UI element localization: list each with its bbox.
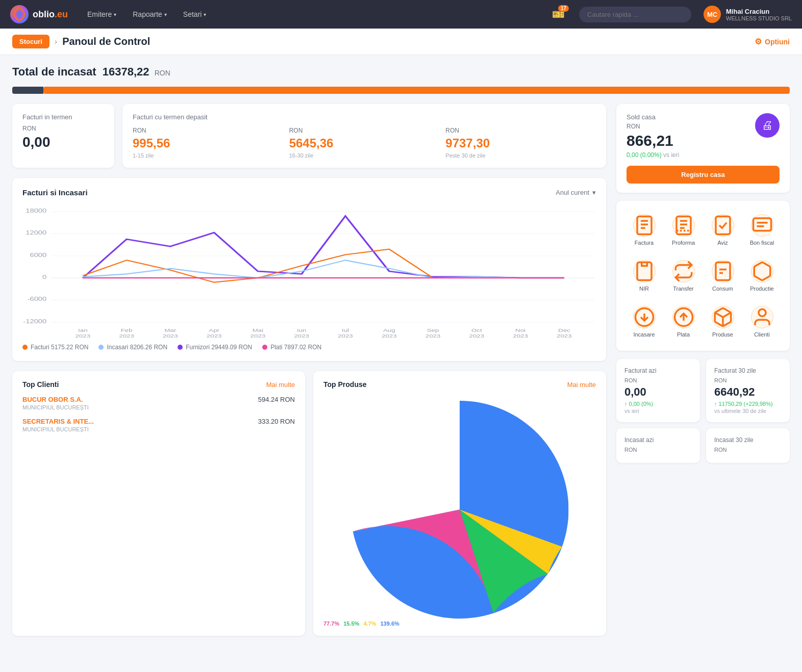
action-productie[interactable]: Productie (744, 255, 780, 297)
legend-dot-furnizori (178, 345, 183, 350)
action-clienti[interactable]: Clienti (744, 301, 780, 343)
incasare-icon (633, 306, 656, 328)
svg-text:Noi: Noi (515, 327, 525, 333)
svg-text:2023: 2023 (250, 333, 266, 338)
chart-legend: Facturi 5175.22 RON Incasari 8206.26 RON… (22, 344, 596, 351)
sold-currency: RON (626, 123, 679, 130)
facturat-azi-change: ↑ 0,00 (0%) (624, 401, 692, 407)
svg-text:-6000: -6000 (28, 296, 47, 302)
bottom-row: Top Clienti Mai multe BUCUR OBOR S.A. MU… (12, 371, 606, 636)
svg-text:2023: 2023 (163, 333, 178, 338)
action-label-incasare: Incasare (633, 331, 655, 338)
notification-button[interactable]: 🎫 17 (550, 6, 567, 22)
svg-text:Dec: Dec (558, 327, 570, 333)
proforma-icon (672, 214, 695, 237)
nav-emitere[interactable]: Emitere ▾ (80, 6, 123, 22)
top-clienti-more[interactable]: Mai multe (266, 381, 295, 389)
svg-text:2023: 2023 (294, 333, 309, 338)
nav-rapoarte[interactable]: Rapoarte ▾ (126, 6, 174, 22)
action-incasare[interactable]: Incasare (626, 301, 662, 343)
action-label-plata: Plata (677, 331, 690, 338)
search-input[interactable] (579, 7, 691, 22)
chart-card: Facturi si Incasari Anul curent ▾ 18000 … (12, 178, 606, 361)
client-name-0[interactable]: BUCUR OBOR S.A. (22, 396, 89, 403)
svg-point-60 (759, 309, 766, 316)
nav-setari[interactable]: Setari ▾ (176, 6, 214, 22)
svg-text:Mar: Mar (164, 327, 176, 333)
action-plata[interactable]: Plata (666, 301, 701, 343)
incasat-azi-label: Incasat azi (624, 436, 692, 444)
client-item-0: BUCUR OBOR S.A. MUNICIPIUL BUCUREȘTI 594… (22, 396, 295, 410)
action-transfer[interactable]: Transfer (666, 255, 701, 297)
logo-icon (10, 5, 29, 23)
logo-text: oblio.eu (33, 9, 68, 20)
svg-text:2023: 2023 (338, 333, 353, 338)
svg-rect-46 (753, 218, 771, 231)
productie-icon (751, 260, 773, 282)
svg-text:2023: 2023 (513, 333, 528, 338)
user-menu[interactable]: MC Mihai Craciun WELLNESS STUDIO SRL (704, 6, 792, 23)
plata-icon (672, 306, 695, 328)
top-clienti-list: BUCUR OBOR S.A. MUNICIPIUL BUCUREȘTI 594… (22, 396, 295, 432)
registru-casa-button[interactable]: Registru casa (626, 166, 780, 184)
user-avatar: MC (704, 6, 721, 23)
incasat-azi-currency: RON (624, 447, 692, 453)
action-proforma[interactable]: Proforma (666, 209, 701, 251)
chart-svg: 18000 12000 6000 0 -6000 -12000 (22, 205, 596, 338)
incasat-30-currency: RON (714, 447, 782, 453)
total-label: Total de incasat 16378,22 RON (12, 65, 790, 79)
nav-emitere-arrow: ▾ (114, 12, 116, 17)
svg-text:12000: 12000 (26, 229, 46, 236)
action-label-consum: Consum (712, 286, 733, 292)
produse-icon (712, 306, 734, 328)
header: oblio.eu Emitere ▾ Rapoarte ▾ Setari ▾ 🎫… (0, 0, 802, 29)
incasat-azi-card: Incasat azi RON (616, 428, 700, 463)
stats-grid: Facturat azi RON 0,00 ↑ 0,00 (0%) vs ier… (616, 359, 790, 463)
notification-badge: 17 (558, 5, 569, 12)
facturat-30-change: ↑ 11750,29 (+229,98%) (714, 401, 782, 407)
optiuni-button[interactable]: ⚙ Optiuni (755, 37, 790, 46)
action-produse[interactable]: Produse (705, 301, 740, 343)
clienti-icon (751, 306, 773, 328)
facturat-azi-value: 0,00 (624, 385, 692, 399)
page-title: Panoul de Control (62, 36, 150, 47)
action-label-transfer: Transfer (673, 286, 694, 292)
svg-text:0: 0 (42, 274, 46, 280)
breadcrumb: Stocuri › Panoul de Control (12, 35, 150, 48)
svg-text:Ian: Ian (78, 327, 88, 333)
svg-text:2023: 2023 (382, 333, 397, 338)
action-label-produse: Produse (712, 331, 733, 338)
legend-dot-plati (262, 345, 267, 350)
chart-title: Facturi si Incasari (22, 188, 88, 197)
gear-icon: ⚙ (755, 37, 762, 46)
aviz-icon (712, 214, 734, 237)
logo[interactable]: oblio.eu (10, 5, 68, 23)
svg-line-58 (723, 313, 731, 317)
action-nir[interactable]: NIR (626, 255, 662, 297)
svg-text:2023: 2023 (469, 333, 485, 338)
legend-dot-incasari (98, 345, 104, 350)
cash-register-icon[interactable]: 🖨 (755, 113, 780, 138)
action-factura[interactable]: Factura (626, 209, 662, 251)
top-produse-more[interactable]: Mai multe (567, 381, 596, 389)
client-name-1[interactable]: SECRETARIS & INTE... (22, 418, 94, 425)
nav-setari-arrow: ▾ (204, 12, 206, 17)
action-consum[interactable]: Consum (705, 255, 740, 297)
action-label-productie: Productie (750, 286, 773, 292)
nav-rapoarte-arrow: ▾ (164, 12, 167, 17)
action-label-proforma: Proforma (672, 240, 695, 246)
incasat-30-label: Incasat 30 zile (714, 436, 782, 444)
chart-area: 18000 12000 6000 0 -6000 -12000 (22, 205, 596, 338)
facturat-azi-label: Facturat azi (624, 367, 692, 374)
svg-text:Aug: Aug (383, 327, 395, 333)
chart-filter-arrow: ▾ (592, 189, 596, 196)
chart-filter-button[interactable]: Anul curent ▾ (556, 189, 596, 196)
action-bon-fiscal[interactable]: Bon fiscal (744, 209, 780, 251)
action-aviz[interactable]: Aviz (705, 209, 740, 251)
svg-line-57 (715, 313, 722, 317)
svg-text:-12000: -12000 (23, 318, 46, 325)
stocuri-button[interactable]: Stocuri (12, 35, 49, 48)
legend-incasari: Incasari 8206.26 RON (98, 344, 167, 351)
sold-value: 866,21 (626, 132, 679, 149)
sold-change: 0,00 (0,00%) vs ieri (626, 151, 679, 159)
